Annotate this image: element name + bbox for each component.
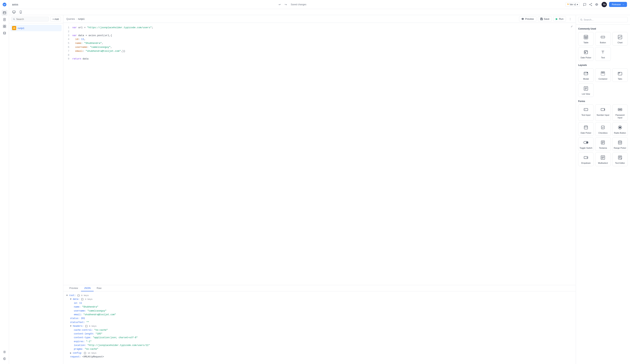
- undo-button[interactable]: ↩: [277, 2, 282, 7]
- tab-json[interactable]: JSON: [81, 285, 94, 291]
- json-cache-control-row: cache-control: "no-cache": [66, 328, 573, 332]
- text-editor-label: Text Editor: [615, 162, 625, 164]
- code-line-4: 4 id: 11,: [66, 37, 573, 41]
- app-logo: [2, 1, 8, 7]
- component-text-input[interactable]: Text Input: [578, 104, 594, 121]
- json-content[interactable]: ▼ root: {} 6 keys ▼ data: {} 4 keys id:: [63, 291, 576, 364]
- version-icon: ⚑: [567, 3, 569, 6]
- comments-icon[interactable]: [582, 2, 587, 7]
- breadcrumb-root: Queries: [66, 17, 75, 20]
- tabs-header: Preview JSON Raw: [63, 285, 576, 291]
- desktop-view-icon[interactable]: [11, 9, 16, 15]
- version-number: v1: [574, 3, 576, 6]
- json-email-row: email: "shubhendra@tooljet.com": [66, 313, 573, 317]
- code-line-6: 6 username: "camelcaseguy",: [66, 45, 573, 49]
- svg-point-0: [3, 3, 6, 6]
- svg-point-16: [592, 5, 592, 6]
- sidebar-icon-data[interactable]: [2, 30, 8, 36]
- component-dropdown[interactable]: Dropdown: [578, 152, 594, 166]
- radio-button-icon: [617, 124, 623, 130]
- preview-btn-icon: [522, 18, 524, 20]
- save-button[interactable]: Save: [538, 16, 552, 21]
- release-button[interactable]: Release →: [609, 2, 627, 7]
- svg-point-15: [592, 3, 592, 4]
- svg-rect-21: [12, 11, 15, 13]
- svg-point-69: [620, 109, 621, 110]
- json-pragma-row: pragma: "no-cache": [66, 347, 573, 351]
- result-tabs: Preview JSON Raw ▼ root: {} 6 keys ▼: [63, 285, 576, 364]
- component-table[interactable]: Table: [578, 32, 594, 45]
- svg-line-32: [582, 20, 582, 21]
- code-editor[interactable]: ⤢ 1 var url = "https://jsonplaceholder.t…: [63, 23, 576, 285]
- component-password-input[interactable]: Password Input: [612, 104, 628, 121]
- query-search-wrapper[interactable]: [11, 17, 49, 21]
- version-badge[interactable]: ⚑ Ver v1 ▾: [566, 2, 580, 7]
- textarea-icon: [600, 139, 606, 145]
- json-name-row: name: "Shubhendra": [66, 305, 573, 309]
- tabs-icon: [617, 70, 623, 76]
- component-modal[interactable]: Modal: [578, 68, 594, 82]
- code-line-5: 5 name: "Shubhendra",: [66, 41, 573, 45]
- preview-button[interactable]: Preview: [519, 16, 536, 21]
- component-container[interactable]: Container: [595, 68, 610, 82]
- expand-icon[interactable]: ⤢: [571, 25, 573, 28]
- list-view-label: List View: [582, 93, 590, 95]
- range-picker-icon: [617, 139, 623, 145]
- query-item-runjs1[interactable]: JS runjs1: [10, 25, 62, 31]
- component-date-picker[interactable]: Date Picker: [578, 47, 594, 61]
- component-tabs[interactable]: Tabs: [612, 68, 628, 82]
- component-text-editor[interactable]: Text Editor: [612, 152, 628, 166]
- component-text[interactable]: Text: [595, 47, 610, 61]
- json-statustext-row: statusText: "": [66, 321, 573, 324]
- svg-point-17: [590, 4, 590, 5]
- sidebar-icon-theme[interactable]: [2, 356, 8, 362]
- tab-raw[interactable]: Raw: [94, 285, 104, 291]
- component-radio-button[interactable]: Radio Button: [612, 122, 628, 136]
- breadcrumb: Queries › runjs1: [66, 17, 84, 20]
- sidebar-icon-settings[interactable]: [2, 349, 8, 355]
- json-root-row: ▼ root: {} 6 keys: [66, 294, 573, 297]
- json-config-row: ▶ config: {} 14 keys: [66, 351, 573, 355]
- component-list-view[interactable]: List View: [578, 83, 594, 97]
- svg-rect-74: [601, 126, 604, 129]
- component-range-picker[interactable]: Range Picker: [612, 137, 628, 151]
- preview-icon[interactable]: [594, 2, 599, 7]
- component-date-picker-form[interactable]: Date Picker: [578, 122, 594, 136]
- run-icon: ▶: [556, 17, 558, 20]
- svg-rect-61: [584, 108, 588, 111]
- query-panel: + Add JS runjs1: [9, 15, 63, 364]
- query-badge: JS: [12, 26, 16, 30]
- sidebar-icon-pages[interactable]: [2, 16, 8, 22]
- sidebar-icon-edit[interactable]: [2, 10, 8, 16]
- canvas-toolbar: [9, 9, 630, 15]
- share-icon[interactable]: [588, 2, 593, 7]
- radio-button-label: Radio Button: [614, 132, 626, 134]
- sidebar-icon-components[interactable]: [2, 23, 8, 29]
- component-checkbox[interactable]: Checkbox: [595, 122, 610, 136]
- component-search-input[interactable]: [584, 18, 626, 21]
- svg-rect-70: [584, 126, 588, 129]
- svg-rect-63: [601, 108, 605, 111]
- sidebar-bottom: [2, 349, 8, 364]
- component-search-icon: [580, 18, 582, 21]
- component-multiselect[interactable]: Multiselect: [595, 152, 610, 166]
- component-button[interactable]: Button: [595, 32, 610, 45]
- json-content-type-row: content-type: "application/json; charset…: [66, 336, 573, 340]
- query-search-input[interactable]: [16, 18, 47, 20]
- mobile-view-icon[interactable]: [18, 9, 23, 15]
- svg-rect-10: [3, 26, 4, 28]
- component-search-wrapper[interactable]: [578, 17, 628, 22]
- add-query-button[interactable]: + Add: [50, 16, 61, 22]
- text-input-icon: [583, 106, 589, 113]
- svg-point-20: [596, 4, 597, 5]
- component-textarea[interactable]: Textarea: [595, 137, 610, 151]
- svg-rect-1: [3, 12, 6, 14]
- run-button[interactable]: ▶ Run: [553, 16, 566, 21]
- component-number-input[interactable]: Number Input: [595, 104, 610, 121]
- component-toggle-switch[interactable]: Toggle Switch: [578, 137, 594, 151]
- redo-button[interactable]: ↪: [283, 2, 288, 7]
- more-options-button[interactable]: ⋮: [568, 16, 573, 21]
- tab-preview[interactable]: Preview: [66, 285, 81, 291]
- component-chart[interactable]: Chart: [612, 32, 628, 45]
- svg-point-68: [620, 109, 620, 110]
